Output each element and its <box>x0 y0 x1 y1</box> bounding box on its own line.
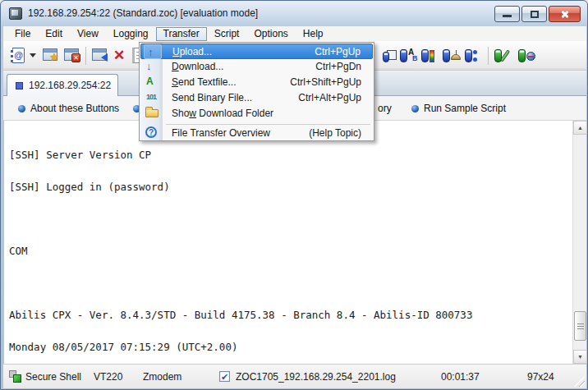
connect-icon[interactable] <box>90 47 110 65</box>
scrollbar-thumb[interactable] <box>574 311 586 341</box>
resize-grip-icon[interactable] <box>574 376 585 387</box>
shortcut-label: Ctrl+Alt+PgUp <box>298 92 361 103</box>
menu-item-send-binary-file[interactable]: 101 Send Binary File... Ctrl+Alt+PgUp <box>140 90 373 106</box>
transfer-protocol: Zmodem <box>143 371 181 383</box>
color-options-icon[interactable] <box>420 47 440 65</box>
terminal-line: Monday 08/05/2017 07:15:29 (UTC+2.00) <box>9 342 472 352</box>
send-textfile-icon: A <box>143 75 161 89</box>
log-checkbox[interactable]: ✔ <box>219 371 230 382</box>
upload-icon: ↑ <box>144 44 162 59</box>
tools-icon[interactable] <box>494 47 513 65</box>
titlebar[interactable]: 192.168.29.254:22 (Standard.zoc) [evalua… <box>1 1 587 26</box>
menu-edit[interactable]: Edit <box>38 27 70 41</box>
close-session-icon[interactable]: ✕ <box>62 47 82 65</box>
x-badge-icon: ✕ <box>71 53 80 62</box>
terminal-line <box>9 278 472 288</box>
about-buttons-button[interactable]: About these Buttons <box>30 103 119 114</box>
connection-options-icon[interactable] <box>442 47 462 65</box>
terminal-line: [SSH] Logged in (password) <box>9 181 472 192</box>
session-options-icon[interactable] <box>378 47 397 65</box>
transfer-menu-popup: ↑ Upload... Ctrl+PgUp ↓ Download... Ctrl… <box>139 42 374 141</box>
connection-type: Secure Shell <box>25 371 81 383</box>
menu-transfer[interactable]: Transfer <box>156 27 207 41</box>
download-folder-icon <box>143 106 161 121</box>
menu-file[interactable]: File <box>7 27 38 41</box>
shortcut-label: (Help Topic) <box>309 127 361 139</box>
shortcut-label: Ctrl+PgDn <box>315 61 361 72</box>
window-title: 192.168.29.254:22 (Standard.zoc) [evalua… <box>28 7 258 19</box>
menu-item-send-textfile[interactable]: A Send Textfile... Ctrl+Shift+PgUp <box>140 75 373 90</box>
bullet-icon <box>411 105 419 112</box>
shortcut-label: Ctrl+PgUp <box>315 46 361 57</box>
secure-shell-icon <box>9 370 22 383</box>
terminal-line: Abilis CPX - Ver. 8.4.3/STD - Build 4175… <box>9 310 472 320</box>
menu-separator <box>166 124 370 125</box>
address-book-dropdown-icon[interactable] <box>30 47 38 65</box>
disconnect-icon[interactable]: ✕ <box>111 47 131 65</box>
terminal-size: 97x24 <box>527 371 554 383</box>
address-book-icon[interactable]: @ <box>8 47 28 65</box>
more-options-icon[interactable] <box>464 47 484 65</box>
menu-logging[interactable]: Logging <box>106 27 156 41</box>
minimize-button[interactable] <box>494 6 520 22</box>
menu-item-file-transfer-overview[interactable]: ? File Transfer Overview (Help Topic) <box>140 126 373 141</box>
session-time: 00:01:37 <box>441 371 480 383</box>
send-binary-icon: 101 <box>143 90 161 105</box>
terminal-line: [SSH] Server Version CP <box>9 149 472 160</box>
menu-item-show-download-folder[interactable]: Show Download Folder <box>140 106 373 122</box>
star-icon: ★ <box>49 51 59 63</box>
font-options-icon[interactable]: AB <box>399 47 419 65</box>
app-icon <box>9 7 22 20</box>
close-button[interactable] <box>549 6 581 22</box>
bullet-icon <box>18 105 25 112</box>
log-filename: ZOC1705_192.168.29.254_2201.log <box>236 371 396 383</box>
menubar: File Edit View Logging Transfer Script O… <box>3 26 586 41</box>
menu-item-upload[interactable]: ↑ Upload... Ctrl+PgUp <box>140 44 373 59</box>
maximize-button[interactable] <box>521 6 547 22</box>
terminal-line <box>9 213 472 224</box>
menu-script[interactable]: Script <box>207 27 247 41</box>
terminal-viewport[interactable]: [SSH] Server Version CP [SSH] Logged in … <box>3 121 586 364</box>
toolbar-separator <box>85 47 86 65</box>
download-icon: ↓ <box>143 59 161 74</box>
session-tab[interactable]: 192.168.29.254:22 <box>7 74 118 96</box>
menu-view[interactable]: View <box>70 27 106 41</box>
new-session-icon[interactable]: ★ <box>41 47 61 65</box>
scroll-up-icon[interactable]: ▲ <box>573 121 587 135</box>
shortcut-label: Ctrl+Shift+PgUp <box>290 76 361 88</box>
toolbar-separator <box>488 47 489 65</box>
tab-status-icon <box>16 82 23 89</box>
tab-label: 192.168.29.254:22 <box>29 80 111 91</box>
app-window: 192.168.29.254:22 (Standard.zoc) [evalua… <box>0 0 588 390</box>
terminal-output: [SSH] Server Version CP [SSH] Logged in … <box>9 128 472 390</box>
vertical-scrollbar[interactable]: ▲ ▼ <box>572 121 586 364</box>
help-icon: ? <box>143 126 161 140</box>
script-tools-icon[interactable] <box>517 47 537 65</box>
scroll-down-icon[interactable]: ▼ <box>573 350 587 364</box>
minimize-icon <box>503 15 512 17</box>
emulation-type: VT220 <box>94 371 122 383</box>
statusbar: Secure Shell VT220 Zmodem ✔ ZOC1705_192.… <box>3 364 586 388</box>
run-sample-script-button[interactable]: Run Sample Script <box>424 103 506 114</box>
covered-button-fragment[interactable]: ory <box>378 103 392 114</box>
menu-help[interactable]: Help <box>296 27 331 41</box>
menu-item-download[interactable]: ↓ Download... Ctrl+PgDn <box>140 59 373 75</box>
menu-options[interactable]: Options <box>246 27 295 41</box>
terminal-line: COM <box>9 245 472 256</box>
maximize-icon <box>531 11 539 18</box>
